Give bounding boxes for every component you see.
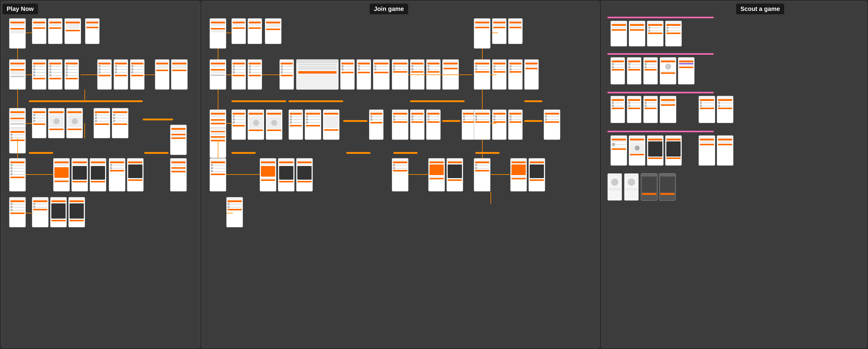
jg-conn-r2-2 [262, 75, 280, 75]
jg-conn-r2-1 [226, 75, 232, 75]
jg-fr-r3-4 [544, 110, 560, 140]
jg-phone-r2-4 [340, 59, 355, 90]
jg-sep-b2 [346, 152, 371, 154]
jg-fr-3 [508, 59, 523, 90]
play-now-phone-r3-2 [48, 108, 65, 138]
scout-phone-r3-4 [660, 96, 676, 123]
play-now-phone-b4 [170, 158, 187, 192]
jg-phone-r2-3 [279, 59, 294, 90]
play-now-phone-m2 [48, 59, 63, 90]
scout-game-label: Scout a game [736, 4, 784, 14]
jg-fr-r3-1 [474, 110, 491, 140]
jg-conn-r3-1 [226, 123, 232, 124]
jg-rb-sep [393, 152, 417, 154]
conn-m3 [145, 75, 155, 75]
jg-phone-b-main [210, 158, 226, 192]
jg-phone-r2-6 [373, 59, 390, 90]
play-now-phone-m4 [97, 59, 112, 90]
scout-mid-2 [717, 96, 734, 123]
play-now-phone-m8 [171, 59, 188, 90]
jg-phone-r2-right-3 [323, 110, 340, 140]
jg-phone-r3-3 [266, 110, 282, 140]
jg-fr-b-sep [475, 152, 500, 154]
jg-phone-r3-1 [231, 110, 246, 140]
jg-fr-r3-2 [492, 110, 506, 140]
scout-phone-r1-1 [611, 21, 627, 47]
jg-fr-conn-v2 [482, 90, 483, 110]
scout-phone-solo-3 [641, 173, 657, 201]
jg-rb-2 [428, 158, 445, 192]
pn-br-2 [127, 158, 144, 192]
jg-fr-1 [474, 59, 491, 90]
scout-bot-2 [717, 135, 734, 166]
jg-phone-r2-2 [248, 59, 262, 90]
play-now-phone-b-main [9, 158, 26, 192]
pn-bs-1 [32, 197, 49, 227]
jg-fr-rb-conn [491, 174, 511, 175]
play-now-phone-m3 [64, 59, 79, 90]
scout-mid-1 [699, 96, 715, 123]
jg-fr-conn-v3 [482, 140, 483, 159]
jg-fr-rb-v [491, 192, 491, 204]
pn-br-1 [109, 158, 125, 192]
connector-top-h [26, 32, 32, 33]
join-game-label: Join game [370, 4, 408, 14]
play-now-phone-r3-b [170, 125, 187, 155]
play-now-phone-r3-1 [32, 108, 46, 138]
pn-r3-more-1 [94, 108, 110, 138]
scout-phone-r4-3 [647, 135, 663, 166]
jg-conn-v2 [218, 90, 218, 110]
scout-pink-bar-1 [608, 17, 714, 18]
jg-r3-right-3 [426, 110, 441, 140]
pn-v-mid [85, 90, 85, 100]
jg-sep-mid [288, 100, 343, 102]
scout-phone-r3-1 [611, 96, 625, 123]
play-now-separator-2 [143, 119, 173, 120]
jg-fr-b-2 [510, 158, 527, 192]
scout-phone-solo-2 [624, 173, 639, 201]
scout-phone-r4-4 [665, 135, 682, 166]
play-now-phone-m6 [130, 59, 145, 90]
jg-fr-conn-v1 [482, 49, 483, 60]
jg-conn-v3 [218, 140, 218, 159]
jg-r3-right-2 [410, 110, 425, 140]
play-now-phone-m-main [9, 59, 26, 90]
jg-rb-3 [446, 158, 463, 192]
jg-fr-sep-2 [410, 100, 465, 102]
jg-phone-r1-main [210, 18, 226, 49]
play-now-phone-b2 [71, 158, 88, 192]
jg-phone-r2-right-4 [369, 110, 383, 140]
play-now-sep-b1 [29, 152, 53, 154]
jg-phone-r1-2 [248, 18, 262, 44]
play-now-phone-b3 [90, 158, 106, 192]
jg-phone-r2-main [210, 59, 226, 90]
jg-tr-3 [508, 18, 523, 44]
pn-conn-v2 [17, 90, 18, 109]
jg-fr-conn-r2 [491, 75, 497, 75]
jg-rb-1 [392, 158, 408, 192]
jg-phone-r3-2 [248, 110, 264, 140]
jg-conn-b1 [226, 174, 260, 175]
scout-pink-bar-4 [608, 131, 714, 132]
scout-pink-bar-2 [608, 53, 714, 55]
jg-r1-sep [492, 32, 498, 33]
jg-conn-v1 [218, 49, 218, 60]
scout-phone-r4-2 [629, 135, 645, 166]
jg-sep-far-right [442, 120, 460, 122]
jg-fr-b-1 [474, 158, 491, 192]
jg-conn-r1 [226, 32, 232, 33]
scout-phone-r1-3 [647, 21, 663, 47]
jg-bs-1 [226, 197, 243, 227]
pn-sep-mid [85, 100, 143, 102]
play-now-sep-b2 [144, 152, 168, 154]
jg-phone-b2 [278, 158, 294, 192]
scout-phone-r3-3 [643, 96, 658, 123]
play-now-phone-bs1 [9, 197, 26, 227]
scout-phone-r2-2 [627, 57, 642, 85]
jg-phone-r2-right-1 [288, 110, 303, 140]
scout-pink-bar-3 [608, 92, 714, 93]
pn-bs-conn [26, 213, 32, 213]
jg-dialog [296, 59, 339, 90]
jg-phone-b3 [296, 158, 313, 192]
jg-phone-r2-5 [356, 59, 371, 90]
